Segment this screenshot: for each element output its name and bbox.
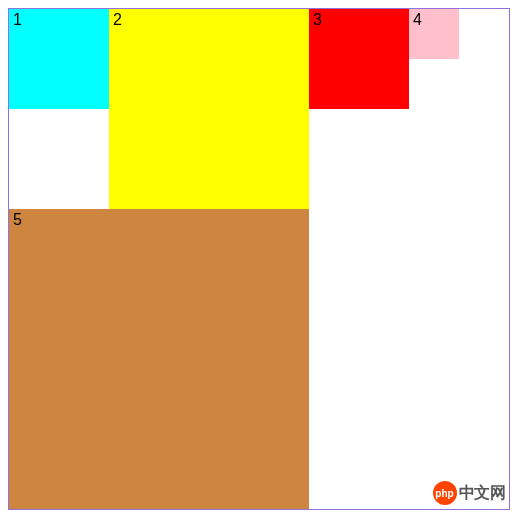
box-2: 2 xyxy=(109,9,309,209)
box-5-label: 5 xyxy=(13,211,22,228)
box-3-label: 3 xyxy=(313,11,322,28)
watermark-text: 中文网 xyxy=(459,483,506,504)
box-4-label: 4 xyxy=(413,11,422,28)
php-logo-icon: php xyxy=(433,481,457,505)
box-1-label: 1 xyxy=(13,11,22,28)
watermark: php 中文网 xyxy=(433,481,506,505)
box-3: 3 xyxy=(309,9,409,109)
box-4: 4 xyxy=(409,9,459,59)
box-1: 1 xyxy=(9,9,109,109)
box-2-label: 2 xyxy=(113,11,122,28)
demo-container: 1 2 3 4 5 php 中文网 xyxy=(8,8,510,510)
box-5: 5 xyxy=(9,209,309,509)
